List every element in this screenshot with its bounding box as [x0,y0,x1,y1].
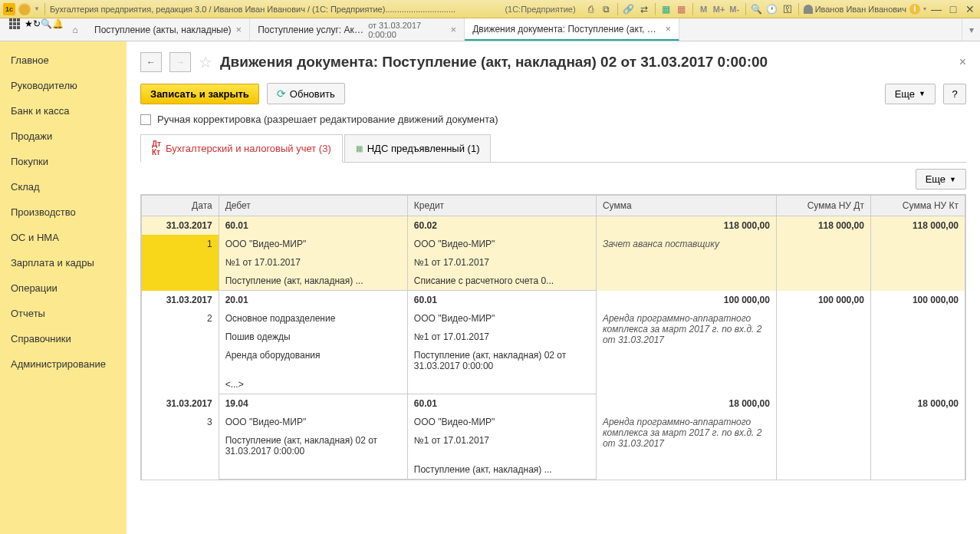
tab-1[interactable]: Поступление услуг: Акт 02 от 31.03.2017 … [250,18,465,41]
cell-credit-acc: 60.01 [407,291,596,310]
close-icon[interactable]: × [236,24,242,35]
table-row[interactable]: 3ООО "Видео-МИР"ООО "Видео-МИР"Аренда пр… [142,413,965,431]
close-page-button[interactable]: × [959,55,966,69]
m-button[interactable]: М [698,3,710,15]
cell-desc: Зачет аванса поставщику [596,235,776,291]
tab-2[interactable]: Движения документа: Поступление (акт, на… [465,18,679,41]
th-date[interactable]: Дата [142,196,219,216]
cell-nu-dt: 118 000,00 [776,216,870,236]
user-icon [804,5,813,14]
clock-icon[interactable]: 🕐 [766,3,778,15]
refresh-button[interactable]: ⟳ Обновить [267,83,345,104]
info-dropdown-icon[interactable]: ▾ [923,5,926,12]
search-toolbar-icon[interactable]: 🔍 [41,18,52,41]
close-icon[interactable]: × [666,23,672,35]
cell-credit-line: №1 от 17.01.2017 [407,328,596,346]
circle-icon[interactable] [18,3,31,15]
sidebar-item-admin[interactable]: Администрирование [0,351,127,377]
cell-empty [776,413,870,480]
table-row[interactable]: 31.03.201720.0160.01100 000,00100 000,00… [142,291,965,310]
close-icon[interactable]: × [451,24,457,35]
table-row[interactable]: 1ООО "Видео-МИР"ООО "Видео-МИР"Зачет ава… [142,235,965,253]
cell-debit-line: <...> [219,375,407,394]
cell-credit-line: ООО "Видео-МИР" [407,309,596,328]
cell-credit-line: Поступление (акт, накладная) 02 от 31.03… [407,346,596,375]
cell-date: 31.03.2017 [142,291,219,310]
sidebar-item-main[interactable]: Главное [0,48,127,73]
sidebar-item-stock[interactable]: Склад [0,174,127,199]
th-credit[interactable]: Кредит [407,196,596,216]
sidebar-item-purchases[interactable]: Покупки [0,149,127,174]
tabbar: ★ ↻ 🔍 🔔 ⌂ Поступление (акты, накладные) … [0,18,980,41]
table-row[interactable]: 31.03.201719.0460.0118 000,0018 000,00 [142,394,965,414]
home-button[interactable]: ⌂ [64,18,87,41]
chevron-down-icon: ▼ [919,90,926,97]
cell-credit-line: №1 от 17.01.2017 [407,431,596,460]
compare-icon[interactable]: ⇄ [638,3,650,15]
back-button[interactable]: ← [140,52,162,72]
cell-debit-line: Поступление (акт, накладная) ... [219,272,407,291]
tab-0[interactable]: Поступление (акты, накладные) × [87,18,250,41]
sidebar-item-production[interactable]: Производство [0,199,127,225]
cell-credit-acc: 60.02 [407,216,596,236]
close-window-button[interactable]: ✕ [963,3,977,15]
cell-nu-dt: 100 000,00 [776,291,870,310]
help-button[interactable]: ? [943,84,966,104]
save-close-button[interactable]: Записать и закрыть [140,84,259,104]
bell-icon[interactable]: 🔔 [52,18,64,41]
m-minus-button[interactable]: M- [728,3,741,15]
dt-kt-icon: ДтКт [152,140,161,157]
calendar-icon[interactable]: ▦ [676,3,688,15]
info-icon[interactable]: i [909,4,920,15]
sidebar-item-catalogs[interactable]: Справочники [0,326,127,351]
cell-index: 3 [142,413,219,480]
sidebar-item-bank[interactable]: Банк и касса [0,98,127,124]
sidebar-item-operations[interactable]: Операции [0,275,127,301]
user-menu[interactable]: Иванов Иван Иванович [804,5,906,14]
apps-icon[interactable] [9,18,20,41]
cell-credit-line [407,375,596,394]
cell-empty [870,413,965,480]
sidebar-item-payroll[interactable]: Зарплата и кадры [0,250,127,275]
doc-tab-vat[interactable]: ▦ НДС предъявленный (1) [344,134,492,162]
key-icon[interactable]: ⚿ [781,3,794,15]
dropdown-icon[interactable]: ▼ [34,5,40,12]
table-row[interactable]: 2Основное подразделениеООО "Видео-МИР"Ар… [142,309,965,328]
star-toolbar-icon[interactable]: ★ [25,18,33,41]
cell-index: 1 [142,235,219,291]
window-title: Бухгалтерия предприятия, редакция 3.0 / … [50,5,495,14]
sidebar-item-sales[interactable]: Продажи [0,124,127,149]
doc-tab-label: НДС предъявленный (1) [367,143,480,154]
doc-tab-accounting[interactable]: ДтКт Бухгалтерский и налоговый учет (3) [140,134,343,163]
calc-icon[interactable]: ▦ [660,3,673,15]
table-icon: ▦ [356,144,363,153]
history-icon[interactable]: ↻ [33,18,41,41]
link-icon[interactable]: 🔗 [623,3,635,15]
sidebar-item-reports[interactable]: Отчеты [0,301,127,326]
cell-desc: Аренда программно-аппаратного комплекса … [596,309,776,394]
th-nu-kt[interactable]: Сумма НУ Кт [870,196,965,216]
minimize-button[interactable]: — [929,3,943,15]
th-sum[interactable]: Сумма [596,196,776,216]
sidebar-item-assets[interactable]: ОС и НМА [0,225,127,250]
th-nu-dt[interactable]: Сумма НУ Дт [776,196,870,216]
tab-overflow-button[interactable]: ▾ [962,18,980,41]
print-icon[interactable]: ⎙ [585,3,597,15]
manual-edit-checkbox[interactable] [140,114,151,125]
table-more-button[interactable]: Еще ▼ [916,169,966,190]
m-plus-button[interactable]: M+ [713,3,725,15]
th-debit[interactable]: Дебет [219,196,407,216]
copy-icon[interactable]: ⧉ [600,3,613,15]
maximize-button[interactable]: □ [946,3,960,15]
cell-debit-acc: 19.04 [219,394,407,414]
titlebar: 1c ▼ Бухгалтерия предприятия, редакция 3… [0,0,980,18]
zoom-icon[interactable]: 🔍 [751,3,763,15]
sidebar-item-manager[interactable]: Руководителю [0,73,127,98]
table-row[interactable]: 31.03.201760.0160.02118 000,00118 000,00… [142,216,965,236]
more-button[interactable]: Еще ▼ [885,84,936,104]
cell-empty [776,235,870,291]
cell-debit-acc: 60.01 [219,216,407,236]
forward-button[interactable]: → [169,52,191,72]
favorite-star-icon[interactable]: ☆ [199,53,212,71]
cell-desc: Аренда программно-аппаратного комплекса … [596,413,776,480]
